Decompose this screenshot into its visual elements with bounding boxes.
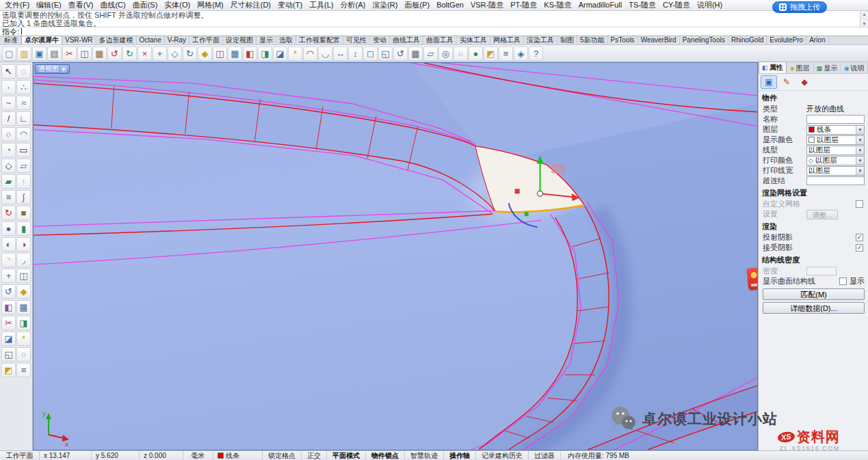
mapping-page-icon[interactable]: ◆ [796,75,813,89]
split-icon[interactable]: ◨ [258,46,272,61]
toolbar-tab[interactable]: 变动 [370,36,390,44]
menu-item[interactable]: 曲面(S) [129,0,161,10]
copy-object-icon[interactable]: ◫ [16,269,31,283]
toolbar-tab[interactable]: 网格工具 [490,36,524,44]
fillet-icon[interactable]: ◠ [303,46,317,61]
viewport-menu-arrow-icon[interactable]: ▾ [61,66,66,72]
box-icon[interactable]: ■ [16,206,31,220]
show-icon[interactable]: ● [469,46,483,61]
toolbar-tab[interactable]: PsTools [608,36,638,44]
rectangle-icon[interactable]: ▭ [16,143,31,157]
revolve-icon[interactable]: ↻ [1,206,16,220]
select-brush-icon[interactable]: ◌ [16,64,31,79]
four-viewports-icon[interactable]: ▦ [408,46,423,61]
polygon-icon[interactable]: ◇ [1,159,16,173]
toolbar-tab[interactable]: VSR-WR [62,36,96,44]
layer-tool-icon[interactable]: ≡ [16,363,31,377]
status-toggle[interactable]: 过滤器 [529,451,561,460]
material-page-icon[interactable]: ✎ [778,75,795,89]
sphere-icon[interactable]: ● [1,221,16,236]
chevron-down-icon[interactable]: ▾ [856,157,864,165]
cplane-menu-button[interactable]: 工作平面 [0,451,40,460]
osnap-icon[interactable]: ◎ [438,46,453,61]
cut-icon[interactable]: ✂ [62,46,77,61]
menu-item[interactable]: 说明(H) [694,0,726,10]
menu-item[interactable]: 面板(P) [401,0,433,10]
gumball-green-handle[interactable] [525,212,529,216]
chevron-down-icon[interactable]: ▾ [856,167,864,175]
command-input[interactable]: 指令: [0,27,868,36]
layer-dropdown[interactable]: 线条 ▾ [806,125,865,135]
rotate-view-icon[interactable]: ↺ [393,46,408,61]
extend-icon[interactable]: ↔ [333,46,347,61]
tab-properties[interactable]: ◧ 属性 [759,62,787,73]
menu-item[interactable]: 分析(A) [337,0,369,10]
toolbar-tab[interactable]: RhinoGold [728,36,767,44]
sweep-icon[interactable]: ∫ [16,190,31,204]
toolbar-tab[interactable]: 设定视图 [223,36,257,44]
join-icon[interactable]: ◪ [273,46,287,61]
offset-icon[interactable]: ◡ [318,46,332,61]
trim-tool-icon[interactable]: ✂ [1,316,16,330]
lock-object-icon[interactable]: ◩ [1,363,16,377]
move-object-icon[interactable]: + [1,269,16,283]
menu-item[interactable]: ArmadilloFull [575,0,626,10]
rotate-object-icon[interactable]: ↺ [1,284,16,299]
details-button[interactable]: 详细数据(D)... [763,302,865,314]
gumball-red-handle[interactable] [515,189,520,193]
status-toggle[interactable]: 物件锁点 [366,451,405,460]
drag-upload-button[interactable]: 拖拽上传 [772,1,827,13]
save-icon[interactable]: ▣ [32,46,47,61]
viewport-perspective[interactable]: y x 透视图 ▾ [33,62,758,450]
curve-icon[interactable]: ~ [1,96,16,110]
toolbar-tab[interactable]: WeaverBird [638,36,680,44]
toolbar-tab[interactable]: 多边形建模 [96,36,137,44]
current-layer-button[interactable]: 线条 [213,451,263,460]
cast-shadows-checkbox[interactable]: ✓ [856,234,863,241]
point-icon[interactable]: · [1,80,16,94]
chevron-down-icon[interactable]: ▾ [856,146,864,154]
menu-item[interactable]: 查看(V) [65,0,97,10]
menu-item[interactable]: 实体(O) [161,0,194,10]
menu-item[interactable]: VSR-随意 [467,0,507,10]
toolbar-tab[interactable]: 可见性 [343,36,370,44]
toolbar-tab[interactable]: Arion [806,36,828,44]
join-tool-icon[interactable]: ◪ [1,332,16,346]
toolbar-tab[interactable]: 工作视窗配置 [296,36,343,44]
display-color-dropdown[interactable]: 以图层 ▾ [806,135,865,145]
layers-icon[interactable]: ≡ [499,46,513,61]
menu-item[interactable]: CY-随意 [659,0,694,10]
scale-icon[interactable]: ◆ [198,46,212,61]
group-icon[interactable]: ◱ [1,347,16,362]
status-toggle[interactable]: 记录建构历史 [476,451,529,460]
properties-icon[interactable]: ◈ [514,46,528,61]
scale-object-icon[interactable]: ◆ [16,284,31,299]
array-object-icon[interactable]: ▦ [16,300,31,314]
toolbar-tab[interactable]: 卓尔谟犀牛 [21,36,62,44]
toolbar-tab[interactable]: 选取 [276,36,296,44]
open-file-icon[interactable]: ▥ [17,46,31,61]
menu-item[interactable]: 曲线(C) [96,0,129,10]
toolbar-tab[interactable]: 制图 [557,36,577,44]
polyline-icon[interactable]: ∟ [16,111,31,126]
fillet-edge-icon[interactable]: ◝ [1,253,16,267]
menu-item[interactable]: BoltGen [433,0,467,10]
menu-item[interactable]: 尺寸标注(D) [227,0,274,10]
surface-icon[interactable]: ▱ [16,159,31,173]
viewport-title-tab[interactable]: 透视图 ▾ [35,64,70,74]
hyperlink-input[interactable] [806,176,865,185]
toolbar-tab[interactable]: 显示 [257,36,276,44]
menu-item[interactable]: 文件(F) [1,0,33,10]
toolbar-tab[interactable]: 工作平面 [189,36,223,44]
paste-icon[interactable]: ▦ [92,46,107,61]
chevron-down-icon[interactable]: ▾ [856,136,864,144]
status-toggle[interactable]: 智慧轨迹 [405,451,444,460]
print-icon[interactable]: ▤ [47,46,62,61]
command-scrollbar[interactable]: ▲ ▼ [860,11,868,27]
gumball-center-point[interactable] [538,191,543,196]
cplane-icon[interactable]: ▱ [423,46,438,61]
print-color-dropdown[interactable]: ◇ 以图层 ▾ [806,156,865,165]
boolean-union-icon[interactable]: ◐ [1,237,16,252]
chamfer-icon[interactable]: ◞ [16,253,31,267]
ellipse-icon[interactable]: ◔ [1,143,16,157]
